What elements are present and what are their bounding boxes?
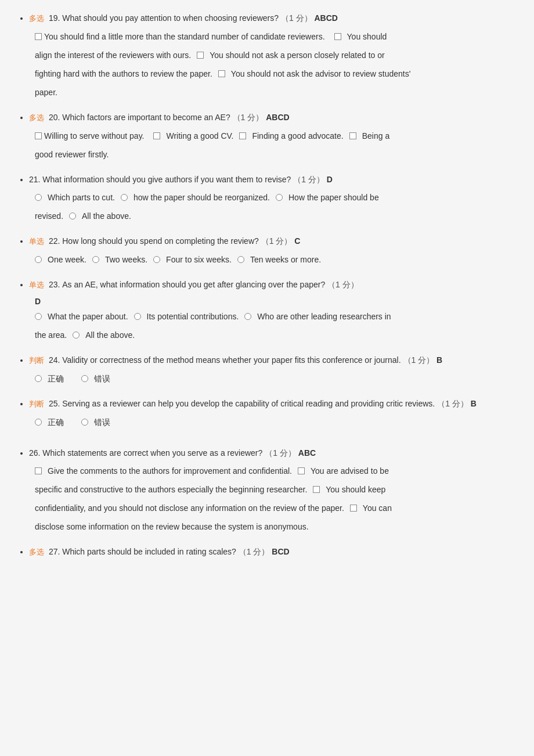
q21-opt-b-text: how the paper should be reorganized. <box>134 189 270 206</box>
q22-tag: 单选 <box>29 237 44 246</box>
q21-rb-a[interactable] <box>35 194 42 201</box>
q25-rb-b[interactable] <box>81 419 88 426</box>
q20-cb-c[interactable] <box>239 132 246 139</box>
q20-opt-d-text: Being a <box>362 128 389 144</box>
q20-cb-d[interactable] <box>349 132 356 139</box>
q23-rb-d[interactable] <box>73 332 80 339</box>
q20-opt-c-text: Finding a good advocate. <box>252 128 343 144</box>
q19-opt-a[interactable]: You should find a little more than the s… <box>35 28 325 45</box>
q21-row2: revised. All the above. <box>35 208 517 224</box>
q22-opt-d-text: Ten weeks or more. <box>250 251 321 268</box>
q23-rb-c[interactable] <box>244 313 251 320</box>
q25-row1: 正确 错误 <box>35 414 517 430</box>
q20-cb-b[interactable] <box>153 132 160 139</box>
q19-cb-d[interactable] <box>218 70 225 77</box>
q23-tag: 单选 <box>29 280 44 289</box>
q24-rb-a[interactable] <box>35 375 42 382</box>
q26-opt-c-cont: confidentiality, and you should not disc… <box>35 500 344 516</box>
q23-score: （1 分） <box>327 280 359 289</box>
q23-answer-display: D <box>35 295 517 309</box>
question-20: 多选 20. Which factors are important to be… <box>29 111 517 163</box>
q20-opt-a-text: Willing to serve without pay. <box>44 128 144 144</box>
q22-rb-d[interactable] <box>237 256 244 263</box>
q23-number: 23. As an AE, what information should yo… <box>49 280 327 289</box>
q19-cb-a[interactable] <box>35 33 42 40</box>
q22-options: One week. Two weeks. Four to six weeks. … <box>35 251 517 268</box>
q23-header: 单选 23. As an AE, what information should… <box>29 278 517 291</box>
q21-header: 21. What information should you give aut… <box>29 173 517 186</box>
q22-opt-c-text: Four to six weeks. <box>166 251 232 268</box>
q26-cb-b[interactable] <box>298 467 305 474</box>
q20-tag: 多选 <box>29 113 44 122</box>
q22-rb-a[interactable] <box>35 256 42 263</box>
q19-opt-b-cont: align the interest of the reviewers with… <box>35 47 191 63</box>
q19-tag: 多选 <box>29 14 44 23</box>
q21-opt-c-text: How the paper should be <box>288 189 379 206</box>
q25-options: 正确 错误 <box>35 414 517 430</box>
q21-rb-c[interactable] <box>276 194 283 201</box>
q19-opt-d-cont: paper. <box>35 84 57 100</box>
q25-opt-a-text: 正确 <box>48 414 64 430</box>
q21-row1: Which parts to cut. how the paper should… <box>35 189 517 206</box>
q25-header: 判断 25. Serving as a reviewer can help yo… <box>29 397 517 411</box>
q25-rb-a[interactable] <box>35 419 42 426</box>
q19-cb-b[interactable] <box>334 33 341 40</box>
q19-header: 多选 19. What should you pay attention to … <box>29 12 517 25</box>
q24-answer: B <box>436 355 442 365</box>
q19-opt-c-text: You should not ask a person closely rela… <box>210 47 384 63</box>
q22-rb-b[interactable] <box>92 256 99 263</box>
q21-number: 21. What information should you give aut… <box>29 175 293 184</box>
q19-opt-a-text: You should find a little more than the s… <box>44 28 325 45</box>
q22-rb-c[interactable] <box>153 256 160 263</box>
q25-opt-b-text: 错误 <box>94 414 110 430</box>
q20-options: Willing to serve without pay. Writing a … <box>35 128 517 163</box>
question-22: 单选 22. How long should you spend on comp… <box>29 235 517 268</box>
q19-score: （1 分） <box>281 13 312 23</box>
q19-opt-c-cont: fighting hard with the authors to review… <box>35 66 212 82</box>
question-19: 多选 19. What should you pay attention to … <box>29 12 517 100</box>
q21-rb-d[interactable] <box>69 213 76 219</box>
q26-options: Give the comments to the authors for imp… <box>35 463 517 535</box>
q20-opt-a[interactable]: Willing to serve without pay. <box>35 128 144 144</box>
question-24: 判断 24. Validity or correctness of the me… <box>29 354 517 387</box>
q26-row3: confidentiality, and you should not disc… <box>35 500 517 516</box>
q19-opt-b-text: You should <box>347 28 387 45</box>
question-25: 判断 25. Serving as a reviewer can help yo… <box>29 397 517 430</box>
q23-opt-a-text: What the paper about. <box>48 308 128 325</box>
q23-rb-a[interactable] <box>35 313 42 320</box>
q19-opt-d-text: You should not ask the advisor to review… <box>231 66 411 82</box>
q21-opt-a-text: Which parts to cut. <box>48 189 115 206</box>
q27-number: 27. Which parts should be included in ra… <box>49 547 239 556</box>
q22-row1: One week. Two weeks. Four to six weeks. … <box>35 251 517 268</box>
q26-opt-b-text: You are advised to be <box>311 463 389 479</box>
question-list: 多选 19. What should you pay attention to … <box>17 12 517 559</box>
question-27: 多选 27. Which parts should be included in… <box>29 545 517 559</box>
q19-row1: You should find a little more than the s… <box>35 28 517 45</box>
q20-score: （1 分） <box>233 113 264 122</box>
q22-header: 单选 22. How long should you spend on comp… <box>29 235 517 248</box>
q21-answer: D <box>327 175 333 184</box>
q19-cb-c[interactable] <box>197 52 204 59</box>
q22-score: （1 分） <box>261 236 293 246</box>
q24-row1: 正确 错误 <box>35 370 517 387</box>
q21-opt-c-cont: revised. <box>35 208 63 224</box>
q26-opt-c-text: You should keep <box>326 481 385 498</box>
q21-rb-b[interactable] <box>121 194 128 201</box>
q24-rb-b[interactable] <box>81 375 88 382</box>
q26-cb-a[interactable] <box>35 467 42 474</box>
q23-opt-b-text: Its potential contributions. <box>147 308 239 325</box>
q21-opt-d-text: All the above. <box>82 208 131 224</box>
q27-header: 多选 27. Which parts should be included in… <box>29 545 517 559</box>
q24-score: （1 分） <box>403 355 435 365</box>
q25-number: 25. Serving as a reviewer can help you d… <box>49 399 435 408</box>
q26-cb-c[interactable] <box>313 486 320 493</box>
q26-cb-d[interactable] <box>350 505 357 512</box>
q23-opt-c-cont: the area. <box>35 327 67 343</box>
q24-number: 24. Validity or correctness of the metho… <box>49 355 401 365</box>
q19-row4: paper. <box>35 84 517 100</box>
q23-rb-b[interactable] <box>134 313 141 320</box>
q23-opt-d-text: All the above. <box>85 327 135 343</box>
q24-opt-a-text: 正确 <box>48 370 64 387</box>
q27-score: （1 分） <box>239 547 270 556</box>
q20-cb-a[interactable] <box>35 132 42 139</box>
